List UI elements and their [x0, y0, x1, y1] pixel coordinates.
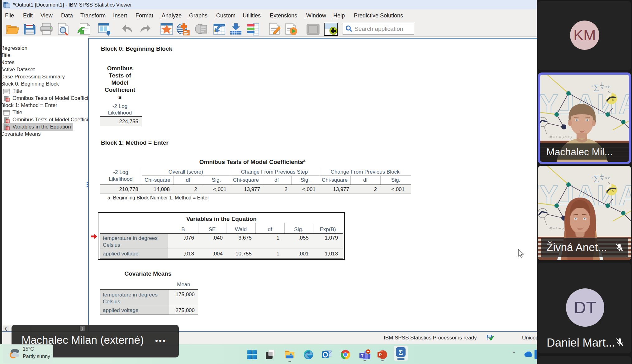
- svg-text:Σ: Σ: [398, 348, 403, 356]
- svg-text:T: T: [361, 354, 364, 358]
- svg-text:P: P: [379, 352, 382, 357]
